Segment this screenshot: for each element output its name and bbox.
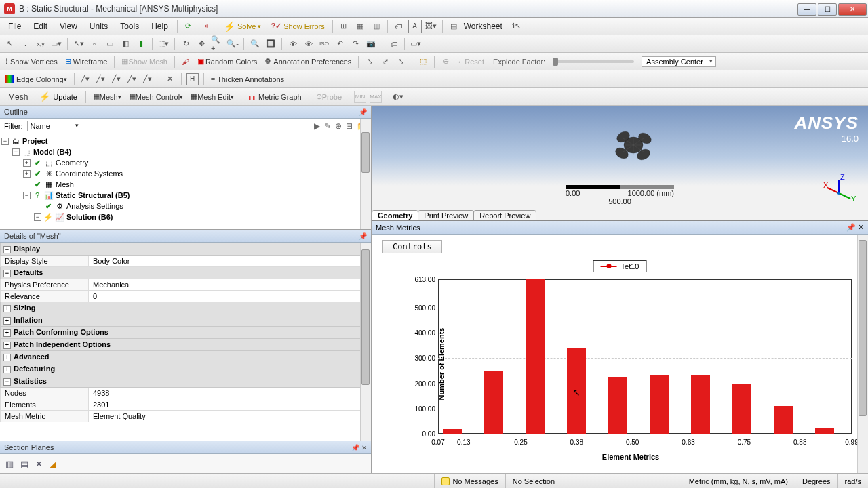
min-icon[interactable]: MIN <box>354 91 366 103</box>
probe-button[interactable]: ⊙ Probe <box>313 90 344 104</box>
filter-clear-icon[interactable]: ✎ <box>324 121 331 131</box>
filter-apply-icon[interactable]: ▶ <box>314 121 320 131</box>
worksheet-button[interactable]: Worksheet <box>462 19 508 34</box>
paint-icon[interactable]: 🖌 <box>180 56 192 68</box>
view-icon[interactable]: 👁 <box>302 38 315 50</box>
outline-scrollbar[interactable] <box>360 119 371 229</box>
shade-icon[interactable]: ◐▾ <box>392 91 404 103</box>
maximize-button[interactable]: ☐ <box>818 3 837 16</box>
sel-point-icon[interactable]: ▫ <box>88 38 100 50</box>
pan-icon[interactable]: ✥ <box>195 38 208 50</box>
sp-close-icon[interactable]: ✕ <box>361 444 367 451</box>
status-messages[interactable]: No Messages <box>435 474 505 488</box>
zoom-out-icon[interactable]: 🔍- <box>226 38 239 50</box>
tab-print-preview[interactable]: Print Preview <box>418 210 474 220</box>
solve-button[interactable]: ⚡Solve ▾ <box>220 20 266 33</box>
select-box-icon[interactable]: ▭▾ <box>50 38 62 50</box>
assembly-center-combo[interactable]: Assembly Center <box>642 56 716 67</box>
update-button[interactable]: ⚡Update <box>35 90 81 103</box>
axis3-icon[interactable]: ⤡ <box>395 56 407 68</box>
controls-button[interactable]: Controls <box>382 240 442 253</box>
mesh-control-dropdown[interactable]: ▦ Mesh Control <box>126 90 186 104</box>
edge0-icon[interactable]: ╱▾ <box>79 73 92 85</box>
metric-graph-button[interactable]: ⫾⫾Metric Graph <box>245 90 304 104</box>
thicken-button[interactable]: ≡Thicken Annotations <box>208 73 288 86</box>
annotation-a-icon[interactable]: A <box>408 20 422 33</box>
cube-icon[interactable]: ⬚▾ <box>157 38 170 50</box>
chart-bar[interactable] <box>650 375 669 434</box>
next-view-icon[interactable]: ↷ <box>349 38 361 50</box>
tool-icon-3[interactable]: ▥ <box>370 20 383 33</box>
select-vertex-icon[interactable]: ⋮ <box>19 38 31 50</box>
zoom-box-icon[interactable]: 🔲 <box>264 38 277 50</box>
axis2-icon[interactable]: ⤢ <box>379 56 391 68</box>
chart-bar[interactable] <box>443 429 462 434</box>
menu-view[interactable]: View <box>54 19 83 34</box>
window-icon[interactable]: ▭▾ <box>410 38 422 50</box>
viewport-3d[interactable]: ANSYS 16.0 0.001000.00 (mm) 500.00 X <box>372 106 868 221</box>
edge-x-icon[interactable]: ✕ <box>164 73 176 85</box>
show-vertices-button[interactable]: ⁞Show Vertices <box>3 55 60 68</box>
sel-face-icon[interactable]: ◧ <box>119 38 132 50</box>
edge1-icon[interactable]: ╱▾ <box>95 73 107 85</box>
assemble-icon[interactable]: ⊕ <box>439 56 452 68</box>
prev-view-icon[interactable]: ↶ <box>334 38 346 50</box>
sp-pin-icon[interactable]: 📌 <box>351 444 359 451</box>
box3d-icon[interactable]: ⬚ <box>417 56 429 68</box>
edge2-icon[interactable]: ╱▾ <box>111 73 123 85</box>
menu-edit[interactable]: Edit <box>28 19 53 34</box>
edge3-icon[interactable]: ╱▾ <box>126 73 138 85</box>
zoom-fit-icon[interactable]: 🔍 <box>249 38 261 50</box>
select-node-icon[interactable]: x,y <box>35 38 47 50</box>
rotate-icon[interactable]: ↻ <box>180 38 192 50</box>
expand-all-icon[interactable]: ⊕ <box>335 121 342 131</box>
metrics-pin-icon[interactable]: 📌 <box>846 223 856 231</box>
reset-button[interactable]: ← Reset <box>454 55 487 68</box>
menu-file[interactable]: File <box>3 19 26 34</box>
cursor-icon[interactable]: ↖ <box>3 38 16 50</box>
metrics-scrollbar[interactable] <box>857 235 868 473</box>
h-icon[interactable]: H <box>186 73 199 85</box>
chart-bar[interactable] <box>774 406 793 434</box>
tab-geometry[interactable]: Geometry <box>372 210 418 220</box>
camera-icon[interactable]: 📷 <box>365 38 377 50</box>
sp-delete-icon[interactable]: ✕ <box>35 459 43 469</box>
axis1-icon[interactable]: ⤡ <box>363 56 376 68</box>
sp-edit-icon[interactable]: ▤ <box>20 459 28 469</box>
details-pin-icon[interactable]: 📌 <box>359 232 367 240</box>
edge4-icon[interactable]: ╱▾ <box>142 73 154 85</box>
close-button[interactable]: ✕ <box>838 3 867 16</box>
sel-body-icon[interactable]: ▮ <box>135 38 147 50</box>
sp-add-icon[interactable]: ▥ <box>5 459 14 469</box>
chart-bar[interactable] <box>608 377 627 434</box>
show-errors-button[interactable]: ?✓Show Errors <box>267 20 328 32</box>
filter-combo[interactable]: Name <box>27 121 81 131</box>
tool-icon-1[interactable]: ⊞ <box>337 20 351 33</box>
tag-icon[interactable]: 🏷 <box>392 20 406 33</box>
annotation-prefs-button[interactable]: ⚙Annotation Preferences <box>262 55 354 68</box>
random-colors-button[interactable]: ▣Random Colors <box>195 55 260 68</box>
tab-report-preview[interactable]: Report Preview <box>473 210 536 220</box>
details-scrollbar[interactable] <box>360 243 371 441</box>
show-mesh-button[interactable]: ▦ Show Mesh <box>119 55 170 68</box>
refresh-icon[interactable]: ⟳ <box>182 20 195 33</box>
chart-bar[interactable] <box>691 375 710 434</box>
mesh-dropdown[interactable]: ▦ Mesh <box>90 90 124 104</box>
mode-icon[interactable]: ↖▾ <box>73 38 85 50</box>
menu-units[interactable]: Units <box>84 19 113 34</box>
minimize-button[interactable]: — <box>797 3 816 16</box>
zoom-in-icon[interactable]: 🔍+ <box>211 38 223 50</box>
look-at-icon[interactable]: 👁 <box>287 38 299 50</box>
tool-icon-2[interactable]: ▦ <box>353 20 367 33</box>
chart-bar[interactable] <box>732 384 751 434</box>
toggle-icon[interactable]: ⇥ <box>198 20 212 33</box>
menu-tools[interactable]: Tools <box>115 19 144 34</box>
collapse-all-icon[interactable]: ⊟ <box>346 121 353 131</box>
chart-bar[interactable] <box>567 348 586 434</box>
iso-icon[interactable]: ISO <box>318 38 330 50</box>
sp-view-icon[interactable]: ◢ <box>50 459 56 469</box>
sel-edge-icon[interactable]: ▭ <box>104 38 116 50</box>
metrics-close-icon[interactable]: ✕ <box>858 223 864 231</box>
outline-tree[interactable]: −🗂Project −⬚Model (B4) +✔⬚Geometry +✔✳Co… <box>0 134 371 224</box>
mesh-edit-dropdown[interactable]: ▦ Mesh Edit <box>188 90 237 104</box>
